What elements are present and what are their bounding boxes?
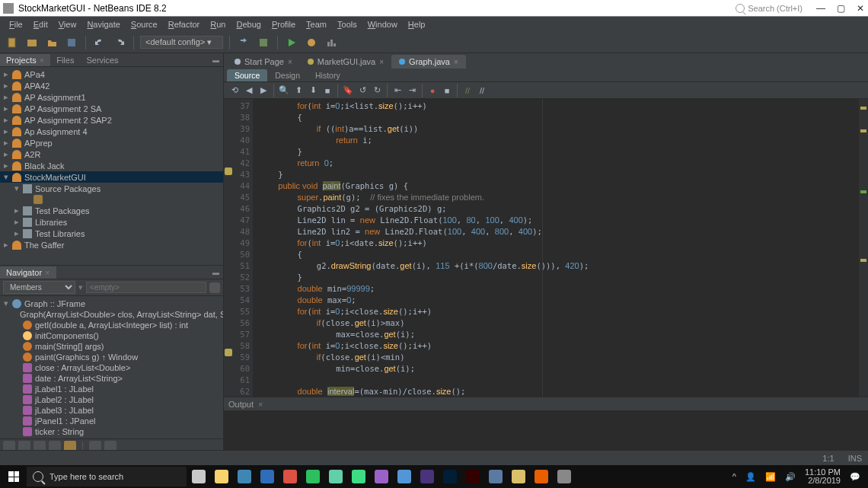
project-node[interactable]: ▾StockMarketGUI: [0, 171, 223, 183]
tb-macro-stop[interactable]: ■: [441, 85, 453, 97]
tb-shift-l[interactable]: ⇤: [391, 85, 404, 97]
file-tab[interactable]: Graph.java×: [391, 55, 466, 69]
tb-find-sel[interactable]: 🔍: [278, 85, 290, 97]
menu-tools[interactable]: Tools: [333, 18, 362, 30]
tb-last-edit[interactable]: ⟲: [228, 85, 241, 97]
taskbar-app-ps[interactable]: [439, 466, 461, 487]
tb-next[interactable]: ⬇: [307, 85, 319, 97]
project-node[interactable]: ▸AP Assignment 2 SA: [0, 103, 223, 114]
project-node[interactable]: ▸AP Assignment1: [0, 91, 223, 103]
taskbar-app-store[interactable]: [233, 466, 256, 487]
src-tab-history[interactable]: History: [308, 69, 348, 81]
tb-next-bm[interactable]: ↻: [371, 85, 383, 97]
taskbar-app-vlc[interactable]: [530, 466, 553, 487]
minimize-panel-icon[interactable]: ▬: [212, 56, 220, 64]
tray-notifications-icon[interactable]: 💬: [850, 472, 860, 482]
taskbar-app-chrome[interactable]: [279, 466, 302, 487]
taskbar-search[interactable]: Type here to search: [27, 467, 187, 486]
profile-button[interactable]: [324, 35, 339, 50]
glyph-gutter[interactable]: [224, 99, 233, 397]
redo-button[interactable]: [112, 35, 127, 50]
new-file-button[interactable]: [5, 35, 20, 50]
run-button[interactable]: [284, 35, 299, 50]
error-stripe[interactable]: [859, 99, 868, 397]
tb-prev-bm[interactable]: ↺: [356, 85, 369, 97]
navigator-mode-select[interactable]: Members: [3, 281, 75, 294]
taskbar-app-evernote[interactable]: [302, 466, 324, 487]
tb-highlight[interactable]: ■: [321, 85, 333, 97]
tb-bookmark[interactable]: 🔖: [342, 85, 354, 97]
tb-shift-r[interactable]: ⇥: [406, 85, 418, 97]
menu-debug[interactable]: Debug: [231, 18, 265, 30]
navigator-node[interactable]: jPanel1 : JPanel: [0, 416, 223, 426]
tray-up-icon[interactable]: ^: [732, 472, 736, 481]
taskbar-app-speaker[interactable]: [553, 466, 576, 487]
tb-back[interactable]: ◀: [243, 85, 255, 97]
navigator-tree[interactable]: ▾Graph :: JFrameGraph(ArrayList<Double> …: [0, 296, 223, 439]
tray-people-icon[interactable]: 👤: [745, 472, 756, 482]
line-number-gutter[interactable]: 37 38 39 40 41 42 43 44 45 46 47 48 49 5…: [233, 99, 253, 397]
tb-prev[interactable]: ⬆: [292, 85, 305, 97]
src-tab-design[interactable]: Design: [267, 69, 308, 81]
undo-button[interactable]: [92, 35, 107, 50]
menu-window[interactable]: Window: [363, 18, 402, 30]
src-tab-source[interactable]: Source: [227, 69, 267, 81]
taskbar-app-task-view[interactable]: [187, 466, 210, 487]
navigator-filter-input[interactable]: [86, 282, 206, 293]
menu-team[interactable]: Team: [302, 18, 331, 30]
left-tab-projects[interactable]: Projects×: [0, 54, 50, 66]
file-tab[interactable]: Start Page×: [227, 55, 300, 69]
navigator-node[interactable]: date : ArrayList<String>: [0, 373, 223, 384]
debug-button[interactable]: [304, 35, 319, 50]
navigator-node[interactable]: getI(double a, ArrayList<Integer> list) …: [0, 320, 223, 330]
navigator-node[interactable]: jLabel1 : JLabel: [0, 384, 223, 394]
project-node[interactable]: ▸A2R: [0, 148, 223, 160]
navigator-node[interactable]: close : ArrayList<Double>: [0, 362, 223, 373]
taskbar-app-file-explorer[interactable]: [210, 466, 233, 487]
menu-edit[interactable]: Edit: [29, 18, 53, 30]
project-node[interactable]: ▸APprep: [0, 137, 223, 148]
tray-wifi-icon[interactable]: 📶: [765, 472, 776, 482]
code-editor[interactable]: 37 38 39 40 41 42 43 44 45 46 47 48 49 5…: [224, 99, 868, 397]
taskbar-app-equalizer[interactable]: [324, 466, 347, 487]
build-button[interactable]: [236, 35, 251, 50]
navigator-filter-icon[interactable]: [209, 282, 220, 293]
output-tab[interactable]: Output×: [224, 397, 868, 410]
left-tab-services[interactable]: Services: [80, 54, 124, 66]
taskbar-app-netbeans[interactable]: [484, 466, 507, 487]
save-all-button[interactable]: [64, 35, 79, 50]
tray-volume-icon[interactable]: 🔊: [785, 472, 796, 482]
menu-source[interactable]: Source: [126, 18, 162, 30]
taskbar-app-app-b[interactable]: [507, 466, 530, 487]
navigator-node[interactable]: main(String[] args): [0, 341, 223, 352]
taskbar-app-mail[interactable]: [256, 466, 279, 487]
menu-run[interactable]: Run: [206, 18, 230, 30]
navigator-node[interactable]: initComponents(): [0, 330, 223, 341]
project-node[interactable]: ▸Libraries: [0, 216, 223, 228]
project-node[interactable]: ▸APA42: [0, 80, 223, 91]
tb-fwd[interactable]: ▶: [257, 85, 270, 97]
project-node[interactable]: ▾Source Packages: [0, 183, 223, 194]
project-node[interactable]: ▸Test Packages: [0, 205, 223, 216]
tb-macro-rec[interactable]: ●: [426, 85, 439, 97]
project-node[interactable]: ▸Ap Assignment 4: [0, 126, 223, 137]
close-button[interactable]: ✕: [856, 4, 865, 13]
taskbar-app-vs[interactable]: [370, 466, 393, 487]
menu-file[interactable]: File: [5, 18, 27, 30]
menu-profile[interactable]: Profile: [267, 18, 300, 30]
project-node[interactable]: ▸Black Jack: [0, 160, 223, 171]
navigator-node[interactable]: ▾Graph :: JFrame: [0, 298, 223, 309]
file-tab[interactable]: MarketGUI.java×: [300, 55, 391, 69]
config-selector[interactable]: <default config> ▾: [140, 36, 223, 49]
minimize-button[interactable]: —: [816, 4, 825, 13]
minimize-nav-icon[interactable]: ▬: [212, 269, 220, 276]
tb-uncomment[interactable]: //: [476, 85, 488, 97]
navigator-node[interactable]: jLabel2 : JLabel: [0, 394, 223, 405]
menu-navigate[interactable]: Navigate: [82, 18, 124, 30]
new-project-button[interactable]: [24, 35, 40, 50]
start-button[interactable]: [2, 465, 26, 488]
project-node[interactable]: ▸APa4: [0, 69, 223, 80]
global-search[interactable]: Search (Ctrl+I): [736, 4, 803, 13]
navigator-node[interactable]: ticker : String: [0, 426, 223, 437]
open-button[interactable]: [44, 35, 59, 50]
